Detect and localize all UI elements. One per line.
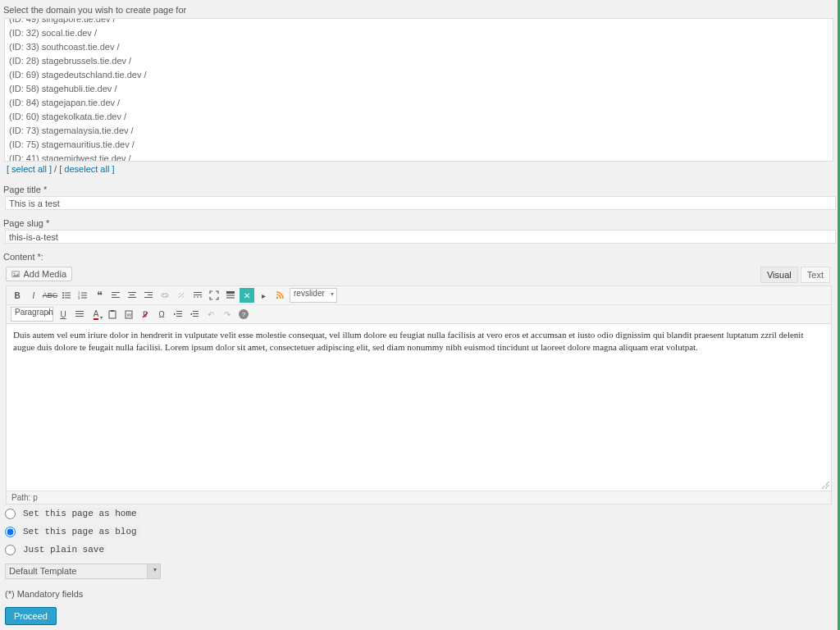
toolbar-toggle-button[interactable]	[223, 288, 238, 303]
select-all-link[interactable]: [ select all ]	[7, 164, 52, 174]
svg-text:3: 3	[78, 296, 80, 300]
radio-home-label: Set this page as home	[21, 508, 139, 519]
blockquote-button[interactable]: ❝	[92, 288, 107, 303]
page-slug-label: Page slug *	[3, 217, 834, 230]
domain-item[interactable]: (ID: 69) stagedeutschland.tie.dev /	[9, 68, 829, 82]
svg-rect-20	[144, 292, 153, 293]
svg-rect-17	[128, 292, 136, 293]
resize-handle[interactable]	[821, 481, 829, 489]
svg-rect-25	[226, 291, 235, 294]
redo-button[interactable]: ↷	[220, 307, 235, 322]
svg-rect-29	[75, 311, 84, 312]
domain-item[interactable]: (ID: 49) singapore.tie.dev /	[9, 18, 829, 26]
radio-plain-label: Just plain save	[21, 544, 107, 555]
svg-point-2	[62, 292, 64, 294]
add-media-button[interactable]: Add Media	[6, 267, 72, 281]
domain-item[interactable]: (ID: 28) stagebrussels.tie.dev /	[9, 54, 829, 68]
text-color-button[interactable]: A▾	[89, 307, 103, 322]
domain-item[interactable]: (ID: 60) stagekolkata.tie.dev /	[9, 110, 829, 124]
svg-rect-23	[194, 292, 202, 293]
svg-rect-24	[194, 294, 202, 295]
svg-rect-41	[193, 316, 199, 317]
domain-item[interactable]: (ID: 58) stagehubli.tie.dev /	[9, 82, 829, 96]
radio-home[interactable]	[5, 509, 16, 519]
shortcode-x-button[interactable]: ✕	[240, 288, 254, 303]
align-left-button[interactable]	[108, 288, 123, 303]
content-body: Duis autem vel eum iriure dolor in hendr…	[13, 330, 803, 352]
insert-more-button[interactable]	[190, 288, 205, 303]
domain-item[interactable]: (ID: 41) stagemidwest.tie.dev /	[9, 152, 829, 162]
svg-rect-11	[81, 295, 87, 296]
content-editor[interactable]: Duis autem vel eum iriure dolor in hendr…	[6, 323, 832, 491]
editor-toolbar: B I ABC 123 ❝	[6, 285, 832, 323]
help-button[interactable]: ?	[236, 307, 251, 322]
fullscreen-button[interactable]	[207, 288, 221, 303]
bold-button[interactable]: B	[10, 288, 25, 303]
svg-rect-33	[111, 310, 114, 312]
svg-rect-7	[65, 298, 71, 299]
svg-rect-36	[176, 311, 182, 312]
revslider-select[interactable]: revslider	[290, 288, 337, 303]
paste-text-button[interactable]	[105, 307, 120, 322]
svg-rect-9	[81, 293, 87, 294]
svg-rect-19	[128, 297, 136, 298]
page-title-input[interactable]	[5, 196, 836, 210]
svg-point-1	[14, 273, 16, 275]
indent-button[interactable]	[187, 307, 202, 322]
svg-rect-18	[130, 294, 135, 295]
deselect-all-link[interactable]: [ deselect all ]	[59, 164, 114, 174]
paste-word-button[interactable]: W	[121, 307, 136, 322]
domain-listbox[interactable]: (ID: 49) singapore.tie.dev / (ID: 32) so…	[4, 18, 833, 162]
page-slug-input[interactable]	[5, 230, 836, 244]
paragraph-select[interactable]: Paragraph	[11, 307, 53, 322]
underline-button[interactable]: U	[56, 307, 71, 322]
strike-button[interactable]: ABC	[43, 288, 57, 303]
align-center-button[interactable]	[125, 288, 139, 303]
tab-visual[interactable]: Visual	[760, 267, 798, 283]
tab-text[interactable]: Text	[801, 267, 830, 283]
mandatory-note: (*) Mandatory fields	[0, 584, 838, 604]
svg-point-6	[62, 297, 64, 299]
shortcode-arrow-button[interactable]: ▸	[256, 288, 271, 303]
domain-item[interactable]: (ID: 73) stagemalaysia.tie.dev /	[9, 124, 829, 138]
italic-button[interactable]: I	[26, 288, 41, 303]
svg-point-28	[276, 297, 278, 299]
svg-rect-37	[176, 313, 182, 314]
svg-rect-32	[109, 311, 116, 318]
add-media-label: Add Media	[23, 269, 66, 279]
undo-button[interactable]: ↶	[203, 307, 218, 322]
svg-rect-13	[81, 298, 87, 299]
align-right-button[interactable]	[141, 288, 156, 303]
unlink-button[interactable]	[174, 288, 189, 303]
svg-point-4	[62, 294, 64, 296]
svg-rect-30	[75, 313, 84, 314]
outdent-button[interactable]	[171, 307, 185, 322]
special-char-button[interactable]: Ω	[154, 307, 169, 322]
domain-item[interactable]: (ID: 33) southcoast.tie.dev /	[9, 40, 829, 54]
page-title-label: Page title *	[3, 183, 834, 196]
svg-rect-14	[112, 292, 120, 293]
rss-icon[interactable]	[272, 288, 287, 303]
svg-rect-3	[65, 293, 71, 294]
radio-blog[interactable]	[5, 527, 16, 537]
content-label: Content *:	[2, 250, 836, 264]
svg-rect-26	[226, 294, 235, 296]
template-select[interactable]: Default Template	[5, 564, 161, 579]
media-icon	[11, 271, 20, 279]
domain-section-label: Select the domain you wish to create pag…	[0, 0, 838, 18]
align-justify-button[interactable]	[72, 307, 87, 322]
domain-item[interactable]: (ID: 84) stagejapan.tie.dev /	[9, 96, 829, 110]
svg-rect-40	[193, 313, 199, 314]
svg-rect-39	[193, 311, 199, 312]
bullet-list-button[interactable]	[59, 288, 74, 303]
clear-format-button[interactable]	[138, 307, 153, 322]
link-button[interactable]	[158, 288, 172, 303]
editor-path: Path: p	[6, 491, 832, 504]
radio-blog-label: Set this page as blog	[21, 526, 139, 537]
proceed-button[interactable]: Proceed	[5, 607, 57, 625]
radio-plain[interactable]	[5, 545, 16, 555]
domain-item[interactable]: (ID: 32) socal.tie.dev /	[9, 26, 829, 40]
svg-rect-38	[176, 316, 182, 317]
domain-item[interactable]: (ID: 75) stagemauritius.tie.dev /	[9, 138, 829, 152]
number-list-button[interactable]: 123	[75, 288, 90, 303]
